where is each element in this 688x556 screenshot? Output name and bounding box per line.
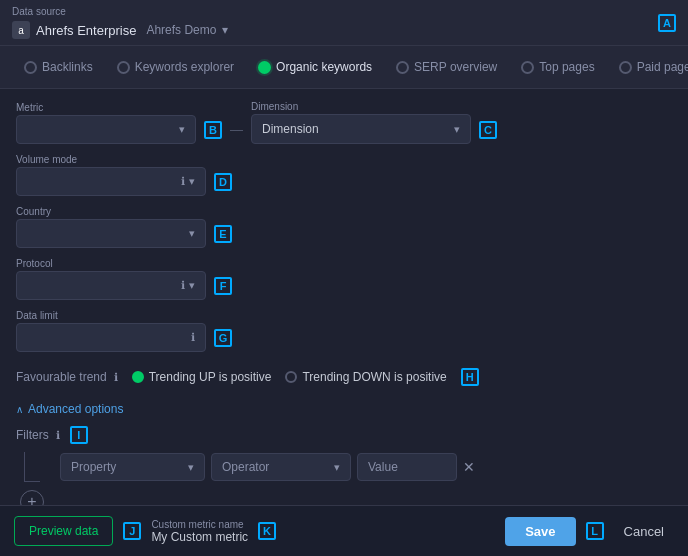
volume-mode-info-icon[interactable]: ℹ <box>181 175 185 188</box>
dimension-select[interactable]: Dimension ▾ <box>251 114 471 144</box>
filter-value-input[interactable]: Value <box>357 453 457 481</box>
label-J: J <box>123 522 141 540</box>
favourable-trend-row: Favourable trend ℹ Trending UP is positi… <box>16 362 672 392</box>
tab-backlinks[interactable]: Backlinks <box>14 56 103 78</box>
metric-field-wrap: Metric ▾ <box>16 102 196 144</box>
trend-up-label: Trending UP is positive <box>149 370 272 384</box>
dimension-label: Dimension <box>251 101 471 112</box>
tab-serp-overview[interactable]: SERP overview <box>386 56 507 78</box>
protocol-info-icon[interactable]: ℹ <box>181 279 185 292</box>
ahrefs-icon: a <box>12 21 30 39</box>
tab-keywords-explorer[interactable]: Keywords explorer <box>107 56 244 78</box>
dash-divider: — <box>230 122 243 137</box>
data-limit-info-icon[interactable]: ℹ <box>191 331 195 344</box>
filter-row-1: Property ▾ Operator ▾ Value ✕ <box>60 453 475 481</box>
label-E: E <box>214 225 232 243</box>
volume-mode-chevron-icon: ▾ <box>189 175 195 188</box>
label-H: H <box>461 368 479 386</box>
cancel-button[interactable]: Cancel <box>614 517 674 546</box>
datasource-chevron-icon: ▾ <box>222 23 228 37</box>
filter-tree-row: Property ▾ Operator ▾ Value ✕ <box>24 452 672 482</box>
trend-down-radio <box>285 371 297 383</box>
protocol-chevron-icon: ▾ <box>189 279 195 292</box>
protocol-label: Protocol <box>16 258 206 269</box>
data-source-selector[interactable]: a Ahrefs Enterprise Ahrefs Demo ▾ <box>12 21 228 39</box>
radio-organic-keywords <box>258 61 271 74</box>
filters-label-row: Filters ℹ I <box>16 426 672 444</box>
trend-info-icon[interactable]: ℹ <box>114 371 118 384</box>
filter-value-placeholder: Value <box>368 460 398 474</box>
label-C: C <box>479 121 497 139</box>
save-button[interactable]: Save <box>505 517 575 546</box>
filters-section: Filters ℹ I Property ▾ Operator ▾ Value … <box>16 426 672 514</box>
tab-serp-overview-label: SERP overview <box>414 60 497 74</box>
filter-close-icon[interactable]: ✕ <box>463 459 475 475</box>
chevron-up-icon: ∧ <box>16 404 23 415</box>
country-select[interactable]: ▾ <box>16 219 206 248</box>
advanced-options-toggle[interactable]: ∧ Advanced options <box>16 402 123 416</box>
tab-paid-pages[interactable]: Paid pages <box>609 56 688 78</box>
preview-data-button[interactable]: Preview data <box>14 516 113 546</box>
label-I: I <box>70 426 88 444</box>
data-source-label: Data source <box>12 6 228 17</box>
metric-select[interactable]: ▾ <box>16 115 196 144</box>
radio-top-pages <box>521 61 534 74</box>
volume-mode-wrap: Volume mode ℹ ▾ <box>16 154 206 196</box>
label-L: L <box>586 522 604 540</box>
data-limit-select[interactable]: ℹ <box>16 323 206 352</box>
nav-tabs: Backlinks Keywords explorer Organic keyw… <box>0 46 688 89</box>
label-D: D <box>214 173 232 191</box>
tab-top-pages-label: Top pages <box>539 60 594 74</box>
bottom-bar: Preview data J Custom metric name My Cus… <box>0 505 688 556</box>
volume-mode-select[interactable]: ℹ ▾ <box>16 167 206 196</box>
trend-up-option[interactable]: Trending UP is positive <box>132 370 272 384</box>
label-K: K <box>258 522 276 540</box>
filter-property-select[interactable]: Property ▾ <box>60 453 205 481</box>
datasource-sub: Ahrefs Demo <box>146 23 216 37</box>
trend-down-option[interactable]: Trending DOWN is positive <box>285 370 446 384</box>
filter-property-chevron-icon: ▾ <box>188 461 194 474</box>
advanced-options-label: Advanced options <box>28 402 123 416</box>
protocol-row: Protocol ℹ ▾ F <box>16 258 672 300</box>
data-limit-wrap: Data limit ℹ <box>16 310 206 352</box>
filter-operator-chevron-icon: ▾ <box>334 461 340 474</box>
radio-keywords-explorer <box>117 61 130 74</box>
tab-organic-keywords[interactable]: Organic keywords <box>248 56 382 78</box>
filter-operator-value: Operator <box>222 460 269 474</box>
label-A: A <box>658 14 676 32</box>
dimension-value: Dimension <box>262 122 319 136</box>
radio-backlinks <box>24 61 37 74</box>
label-F: F <box>214 277 232 295</box>
country-chevron-icon: ▾ <box>189 227 195 240</box>
tab-backlinks-label: Backlinks <box>42 60 93 74</box>
custom-metric-label: Custom metric name <box>151 519 248 530</box>
protocol-select[interactable]: ℹ ▾ <box>16 271 206 300</box>
metric-label: Metric <box>16 102 196 113</box>
dimension-field-wrap: Dimension Dimension ▾ <box>251 101 471 144</box>
radio-serp-overview <box>396 61 409 74</box>
country-row: Country ▾ E <box>16 206 672 248</box>
datasource-name: Ahrefs Enterprise <box>36 23 136 38</box>
tab-organic-keywords-label: Organic keywords <box>276 60 372 74</box>
filter-operator-select[interactable]: Operator ▾ <box>211 453 351 481</box>
filters-info-icon[interactable]: ℹ <box>56 429 60 442</box>
protocol-wrap: Protocol ℹ ▾ <box>16 258 206 300</box>
trend-label: Favourable trend ℹ <box>16 370 118 384</box>
radio-paid-pages <box>619 61 632 74</box>
label-B: B <box>204 121 222 139</box>
filter-tree-line <box>24 452 40 482</box>
tab-top-pages[interactable]: Top pages <box>511 56 604 78</box>
custom-metric-wrap: Custom metric name My Custom metric <box>151 519 248 544</box>
metric-chevron-icon: ▾ <box>179 123 185 136</box>
country-wrap: Country ▾ <box>16 206 206 248</box>
data-limit-label: Data limit <box>16 310 206 321</box>
filters-text: Filters <box>16 428 49 442</box>
country-label: Country <box>16 206 206 217</box>
tab-keywords-explorer-label: Keywords explorer <box>135 60 234 74</box>
trend-down-label: Trending DOWN is positive <box>302 370 446 384</box>
trend-up-radio <box>132 371 144 383</box>
data-limit-row: Data limit ℹ G <box>16 310 672 352</box>
tab-paid-pages-label: Paid pages <box>637 60 688 74</box>
volume-mode-label: Volume mode <box>16 154 206 165</box>
custom-metric-name: My Custom metric <box>151 530 248 544</box>
